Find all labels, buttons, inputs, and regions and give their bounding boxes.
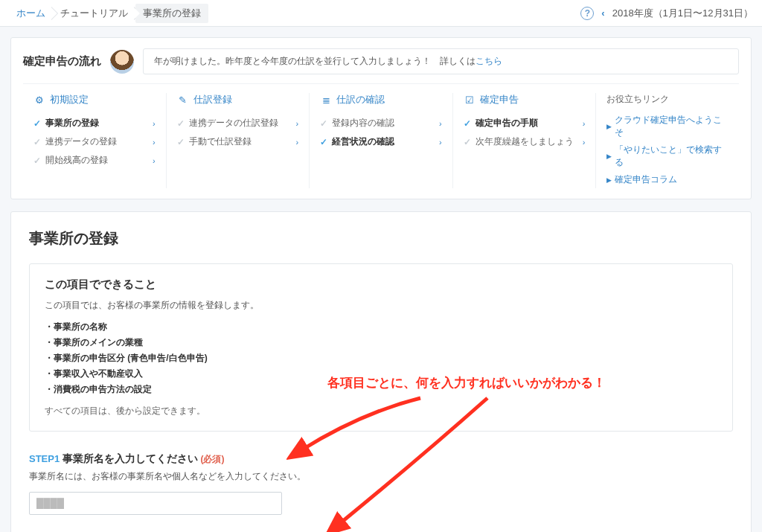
step1-title: 事業所名を入力してください bbox=[63, 452, 198, 464]
flow-notice: 年が明けました。昨年度と今年度の仕訳を並行して入力しましょう！ 詳しくはこちら bbox=[143, 48, 739, 74]
notice-link[interactable]: こちら bbox=[476, 56, 502, 66]
info-desc: この項目では、お客様の事業所の情報を登録します。 bbox=[45, 299, 717, 312]
assistant-avatar bbox=[110, 50, 134, 74]
triangle-icon: ▶ bbox=[606, 176, 612, 184]
page-title: 事業所の登録 bbox=[29, 228, 733, 249]
flow-item[interactable]: ✓確定申告の手順› bbox=[464, 114, 586, 132]
breadcrumb-home[interactable]: ホーム bbox=[9, 4, 53, 23]
info-bullet: ・事業所のメインの業種 bbox=[45, 335, 717, 350]
flow-item[interactable]: ✓連携データの登録› bbox=[33, 132, 156, 151]
flow-column: ≣仕訳の確認✓登録内容の確認›✓経営状況の確認› bbox=[310, 93, 453, 188]
info-note: すべての項目は、後から設定できます。 bbox=[45, 405, 717, 417]
help-link[interactable]: ▶確定申告コラム bbox=[606, 171, 729, 188]
chevron-right-icon: › bbox=[583, 138, 586, 147]
flow-heading: ⚙初期設定 bbox=[33, 93, 156, 106]
step1-label: STEP1 bbox=[29, 453, 60, 464]
flow-heading-icon: ☑ bbox=[464, 94, 476, 106]
chevron-right-icon: › bbox=[439, 138, 442, 147]
flow-column: ⚙初期設定✓事業所の登録›✓連携データの登録›✓開始残高の登録› bbox=[23, 93, 167, 188]
step1-block: STEP1 事業所名を入力してください (必須) 事業所名には、お客様の事業所名… bbox=[29, 452, 733, 515]
check-icon: ✓ bbox=[320, 118, 327, 129]
flow-item[interactable]: ✓事業所の登録› bbox=[33, 114, 156, 132]
flow-heading-icon: ✎ bbox=[177, 94, 189, 106]
help-link[interactable]: ▶「やりたいこと」で検索する bbox=[606, 141, 729, 171]
flow-heading: ≣仕訳の確認 bbox=[320, 93, 442, 106]
chevron-right-icon: › bbox=[583, 119, 586, 128]
chevron-right-icon: › bbox=[296, 119, 299, 128]
flow-item[interactable]: ✓経営状況の確認› bbox=[320, 132, 442, 151]
breadcrumb-tutorial[interactable]: チュートリアル bbox=[53, 4, 135, 23]
flow-heading-icon: ⚙ bbox=[33, 94, 45, 106]
chevron-right-icon: › bbox=[153, 138, 156, 147]
triangle-icon: ▶ bbox=[606, 123, 612, 130]
flow-heading: ☑確定申告 bbox=[464, 93, 586, 106]
prev-period-button[interactable]: ‹ bbox=[601, 7, 604, 19]
flow-heading-icon: ≣ bbox=[320, 94, 332, 106]
period-label: 2018年度（1月1日〜12月31日） bbox=[612, 7, 753, 20]
flow-item[interactable]: ✓手動で仕訳登録› bbox=[177, 132, 299, 151]
flow-title: 確定申告の流れ bbox=[23, 54, 101, 68]
check-icon: ✓ bbox=[33, 137, 41, 147]
flow-column: ☑確定申告✓確定申告の手順›✓次年度繰越をしましょう› bbox=[453, 93, 597, 188]
info-bullet: ・事業所の申告区分 (青色申告/白色申告) bbox=[45, 350, 717, 366]
flow-item[interactable]: ✓次年度繰越をしましょう› bbox=[464, 132, 586, 151]
chevron-right-icon: › bbox=[153, 156, 156, 165]
flow-item[interactable]: ✓開始残高の登録› bbox=[33, 151, 156, 170]
step1-required: (必須) bbox=[200, 454, 224, 464]
triangle-icon: ▶ bbox=[606, 153, 612, 160]
flow-heading: ✎仕訳登録 bbox=[177, 93, 299, 106]
flow-links-column: お役立ちリンク▶クラウド確定申告へようこそ▶「やりたいこと」で検索する▶確定申告… bbox=[596, 93, 739, 188]
chevron-right-icon: › bbox=[153, 119, 156, 128]
flow-item[interactable]: ✓連携データの仕訳登録› bbox=[177, 114, 299, 132]
check-icon: ✓ bbox=[33, 118, 41, 129]
info-box: この項目でできること この項目では、お客様の事業所の情報を登録します。 ・事業所… bbox=[29, 263, 733, 432]
check-icon: ✓ bbox=[320, 137, 327, 147]
flow-column: ✎仕訳登録✓連携データの仕訳登録›✓手動で仕訳登録› bbox=[167, 93, 310, 188]
flow-card: 確定申告の流れ 年が明けました。昨年度と今年度の仕訳を並行して入力しましょう！ … bbox=[10, 37, 752, 199]
business-name-input[interactable] bbox=[29, 492, 282, 515]
chevron-right-icon: › bbox=[296, 138, 299, 147]
flow-item[interactable]: ✓登録内容の確認› bbox=[320, 114, 442, 132]
check-icon: ✓ bbox=[464, 137, 471, 147]
info-bullet: ・事業所の名称 bbox=[45, 319, 717, 335]
breadcrumb-current: 事業所の登録 bbox=[135, 4, 208, 23]
help-link[interactable]: ▶クラウド確定申告へようこそ bbox=[606, 112, 729, 141]
info-bullet: ・事業収入や不動産収入 bbox=[45, 366, 717, 382]
check-icon: ✓ bbox=[464, 118, 471, 129]
info-bullet: ・消費税の申告方法の設定 bbox=[45, 382, 717, 397]
links-heading: お役立ちリンク bbox=[606, 93, 729, 106]
chevron-right-icon: › bbox=[439, 119, 442, 128]
main-card: 事業所の登録 この項目でできること この項目では、お客様の事業所の情報を登録しま… bbox=[10, 211, 752, 532]
help-icon[interactable]: ? bbox=[580, 7, 594, 20]
info-title: この項目でできること bbox=[45, 278, 717, 292]
check-icon: ✓ bbox=[33, 156, 41, 166]
step1-desc: 事業所名には、お客様の事業所名や個人名などを入力してください。 bbox=[29, 470, 733, 483]
check-icon: ✓ bbox=[177, 137, 185, 147]
check-icon: ✓ bbox=[177, 118, 185, 129]
breadcrumbs: ホーム チュートリアル 事業所の登録 bbox=[9, 4, 580, 23]
